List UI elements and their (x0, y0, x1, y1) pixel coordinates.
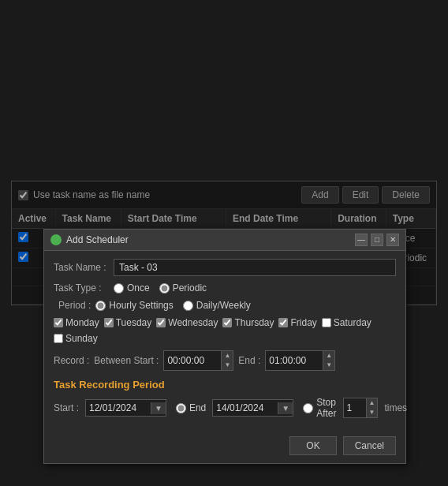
stop-after-up-button[interactable]: ▲ (367, 398, 378, 408)
day-thursday-label: Thursday (234, 317, 274, 328)
day-tuesday[interactable]: Tuesday (104, 317, 152, 328)
period-daily-radio[interactable] (183, 301, 193, 311)
period-hourly-radio[interactable] (95, 301, 106, 311)
period-hourly-label: Hourly Settings (109, 300, 173, 311)
stop-after-input-wrap: ▲ ▼ (343, 398, 379, 418)
task-type-once-label: Once (127, 282, 150, 293)
start-time-input[interactable] (164, 353, 221, 368)
day-friday-label: Friday (290, 317, 316, 328)
modal-backdrop: Add Scheduler — □ ✕ Task Name : (12, 181, 436, 305)
period-daily-label: Daily/Weekly (196, 300, 251, 311)
main-panel: Use task name as file name Add Edit Dele… (11, 181, 437, 305)
day-saturday-checkbox[interactable] (322, 318, 331, 327)
start-date-input-wrap: ▼ (85, 399, 166, 417)
day-monday[interactable]: Monday (54, 317, 99, 328)
days-check-group: Monday Tuesday Wednesday Thursday (54, 317, 396, 344)
period-label: Period : (58, 300, 91, 311)
start-time-input-wrap: ▲ ▼ (163, 350, 233, 371)
stop-after-radio[interactable]: Stop After (303, 397, 336, 419)
day-monday-checkbox[interactable] (54, 318, 63, 327)
day-sunday-checkbox[interactable] (54, 334, 63, 343)
end-date-radio[interactable]: End (176, 402, 206, 413)
end-date-calendar-button[interactable]: ▼ (278, 402, 293, 414)
times-label: times (384, 402, 407, 413)
stop-after-spinner: ▲ ▼ (366, 398, 378, 417)
end-time-input-wrap: ▲ ▼ (265, 350, 335, 371)
end-time-up-button[interactable]: ▲ (323, 351, 334, 361)
period-row: Period : Hourly Settings Daily/Weekly (54, 300, 396, 311)
start-time-spinner: ▲ ▼ (221, 351, 233, 370)
task-type-once-radio[interactable] (114, 283, 124, 293)
task-type-row: Task Type : Once Periodic (54, 282, 396, 293)
modal-body: Task Name : Task Type : Once (44, 251, 405, 436)
start-time-down-button[interactable]: ▼ (222, 361, 233, 370)
end-date-radio-label: End (189, 402, 206, 413)
day-wednesday[interactable]: Wednesday (156, 317, 218, 328)
task-name-input[interactable] (114, 259, 396, 276)
add-scheduler-modal: Add Scheduler — □ ✕ Task Name : (43, 229, 406, 464)
modal-icon (50, 234, 62, 245)
end-time-input[interactable] (266, 353, 323, 368)
day-monday-label: Monday (65, 317, 99, 328)
modal-title-row: Add Scheduler (50, 234, 129, 245)
start-date-calendar-button[interactable]: ▼ (151, 402, 166, 414)
modal-controls: — □ ✕ (355, 234, 399, 246)
modal-title: Add Scheduler (66, 234, 129, 245)
task-name-row: Task Name : (54, 259, 396, 276)
modal-minimize-button[interactable]: — (355, 234, 368, 246)
task-name-label: Task Name : (54, 262, 109, 273)
day-tuesday-label: Tuesday (116, 317, 152, 328)
section-title: Task Recording Period (54, 379, 396, 391)
day-thursday-checkbox[interactable] (222, 318, 232, 327)
task-type-once[interactable]: Once (114, 282, 150, 293)
end-date-input-wrap: ▼ (212, 399, 293, 417)
ok-button[interactable]: OK (289, 436, 336, 455)
period-radio-group: Hourly Settings Daily/Weekly (95, 300, 251, 311)
day-wednesday-label: Wednesday (168, 317, 218, 328)
date-row: Start : ▼ End ▼ (54, 397, 396, 419)
stop-after-radio-input[interactable] (303, 403, 313, 413)
day-friday[interactable]: Friday (278, 317, 316, 328)
record-label: Record : (54, 355, 89, 366)
end-date-radio-input[interactable] (176, 403, 186, 413)
day-thursday[interactable]: Thursday (222, 317, 274, 328)
modal-footer: OK Cancel (44, 436, 405, 463)
day-saturday[interactable]: Saturday (322, 317, 371, 328)
start-date-label: Start : (54, 402, 79, 413)
stop-after-input[interactable] (344, 400, 366, 416)
period-daily[interactable]: Daily/Weekly (183, 300, 251, 311)
time-row: Record : Between Start : ▲ ▼ End : (54, 350, 396, 371)
day-tuesday-checkbox[interactable] (104, 318, 114, 327)
day-friday-checkbox[interactable] (278, 318, 288, 327)
day-saturday-label: Saturday (334, 317, 371, 328)
end-date-input[interactable] (213, 400, 278, 416)
start-time-up-button[interactable]: ▲ (222, 351, 233, 361)
stop-after-down-button[interactable]: ▼ (367, 408, 378, 417)
day-wednesday-checkbox[interactable] (156, 318, 166, 327)
task-type-periodic-radio[interactable] (159, 283, 170, 293)
task-type-periodic-label: Periodic (173, 282, 207, 293)
end-time-spinner: ▲ ▼ (323, 351, 334, 370)
end-time-label: End : (238, 355, 260, 366)
task-type-label: Task Type : (54, 282, 109, 293)
modal-maximize-button[interactable]: □ (371, 234, 383, 246)
end-time-down-button[interactable]: ▼ (323, 361, 334, 370)
task-type-periodic[interactable]: Periodic (159, 282, 207, 293)
day-sunday[interactable]: Sunday (54, 333, 98, 344)
start-date-input[interactable] (86, 400, 151, 416)
between-start-label: Between Start : (94, 355, 159, 366)
task-type-radio-group: Once Periodic (114, 282, 207, 293)
cancel-button[interactable]: Cancel (343, 436, 396, 455)
day-sunday-label: Sunday (65, 333, 98, 344)
modal-close-button[interactable]: ✕ (386, 234, 399, 246)
modal-header: Add Scheduler — □ ✕ (44, 230, 405, 251)
period-hourly[interactable]: Hourly Settings (95, 300, 173, 311)
stop-after-radio-label: Stop After (316, 397, 336, 419)
